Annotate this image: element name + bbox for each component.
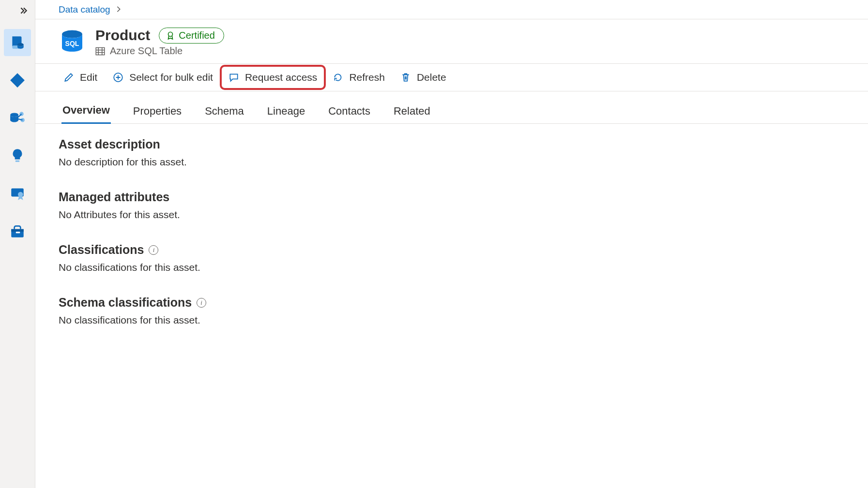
svg-rect-7 bbox=[11, 229, 24, 232]
rail-item-connections[interactable] bbox=[4, 67, 31, 94]
data-source-icon bbox=[9, 110, 26, 126]
asset-header: SQL Product Certified Azure SQL Table bbox=[35, 19, 868, 64]
chevron-right-icon bbox=[115, 4, 122, 15]
section-schema-classifications: Schema classifications i No classificati… bbox=[59, 296, 858, 326]
section-asset-description: Asset description No description for thi… bbox=[59, 137, 858, 168]
command-bar: Edit Select for bulk edit Request access… bbox=[35, 64, 868, 91]
lightbulb-icon bbox=[9, 148, 26, 164]
svg-rect-8 bbox=[16, 232, 20, 233]
schema-classifications-heading: Schema classifications bbox=[59, 296, 192, 310]
delete-button-label: Delete bbox=[417, 72, 446, 83]
rail-item-catalog[interactable] bbox=[4, 29, 31, 56]
asset-type-label: Azure SQL Table bbox=[110, 45, 183, 57]
refresh-button-label: Refresh bbox=[349, 72, 385, 83]
request-access-button-label: Request access bbox=[245, 72, 317, 83]
rail-item-management[interactable] bbox=[4, 218, 31, 245]
svg-point-6 bbox=[18, 192, 23, 197]
bulk-edit-button[interactable]: Select for bulk edit bbox=[108, 69, 218, 86]
ribbon-icon bbox=[166, 31, 175, 40]
left-nav-rail bbox=[0, 0, 35, 488]
request-access-button[interactable]: Request access bbox=[224, 69, 322, 86]
table-grid-icon bbox=[95, 46, 105, 56]
tab-overview[interactable]: Overview bbox=[61, 101, 111, 124]
breadcrumb-link[interactable]: Data catalog bbox=[59, 4, 110, 15]
tab-properties[interactable]: Properties bbox=[132, 102, 183, 123]
section-classifications: Classifications i No classifications for… bbox=[59, 243, 858, 273]
svg-point-11 bbox=[168, 32, 173, 36]
section-managed-attributes: Managed attributes No Attributes for thi… bbox=[59, 190, 858, 221]
classifications-heading: Classifications bbox=[59, 243, 144, 257]
circle-plus-icon bbox=[113, 72, 123, 83]
book-database-icon bbox=[9, 34, 26, 51]
schema-classifications-body: No classifications for this asset. bbox=[59, 314, 858, 326]
svg-point-1 bbox=[10, 113, 18, 117]
bulk-edit-button-label: Select for bulk edit bbox=[129, 72, 213, 83]
tab-related[interactable]: Related bbox=[393, 102, 431, 123]
tab-lineage[interactable]: Lineage bbox=[266, 102, 306, 123]
svg-point-9 bbox=[62, 30, 82, 38]
svg-rect-4 bbox=[15, 161, 20, 162]
info-icon[interactable]: i bbox=[149, 245, 158, 255]
managed-attributes-body: No Attributes for this asset. bbox=[59, 209, 858, 221]
page-title: Product bbox=[95, 27, 150, 44]
tab-schema[interactable]: Schema bbox=[204, 102, 245, 123]
certified-badge-label: Certified bbox=[179, 30, 214, 41]
rail-item-insights[interactable] bbox=[4, 142, 31, 169]
edit-button-label: Edit bbox=[80, 72, 97, 83]
expand-rail-button[interactable] bbox=[0, 3, 35, 18]
chevron-double-right-icon bbox=[19, 6, 28, 15]
svg-point-0 bbox=[17, 43, 24, 46]
edit-button[interactable]: Edit bbox=[59, 69, 102, 86]
main-area: Data catalog SQL Product Certified bbox=[35, 0, 868, 488]
detail-tabs: Overview Properties Schema Lineage Conta… bbox=[35, 91, 868, 124]
certificate-icon bbox=[9, 185, 26, 202]
info-icon[interactable]: i bbox=[197, 298, 206, 308]
breadcrumb: Data catalog bbox=[35, 0, 868, 19]
sql-database-icon: SQL bbox=[59, 29, 86, 56]
classifications-body: No classifications for this asset. bbox=[59, 262, 858, 273]
asset-description-body: No description for this asset. bbox=[59, 156, 858, 168]
svg-text:SQL: SQL bbox=[65, 40, 79, 47]
comment-icon bbox=[228, 72, 239, 83]
rail-item-sources[interactable] bbox=[4, 104, 31, 132]
asset-description-heading: Asset description bbox=[59, 137, 858, 151]
rail-item-policies[interactable] bbox=[4, 180, 31, 207]
trash-icon bbox=[400, 72, 411, 83]
tab-contacts[interactable]: Contacts bbox=[327, 102, 371, 123]
toolbox-icon bbox=[9, 223, 26, 239]
delete-button[interactable]: Delete bbox=[396, 69, 451, 86]
certified-badge: Certified bbox=[159, 28, 224, 44]
diamond-share-icon bbox=[9, 72, 26, 89]
managed-attributes-heading: Managed attributes bbox=[59, 190, 858, 204]
pencil-icon bbox=[63, 72, 74, 83]
refresh-icon bbox=[333, 72, 343, 83]
svg-rect-12 bbox=[96, 47, 105, 55]
tab-panel-overview: Asset description No description for thi… bbox=[35, 124, 868, 488]
refresh-button[interactable]: Refresh bbox=[328, 69, 390, 86]
